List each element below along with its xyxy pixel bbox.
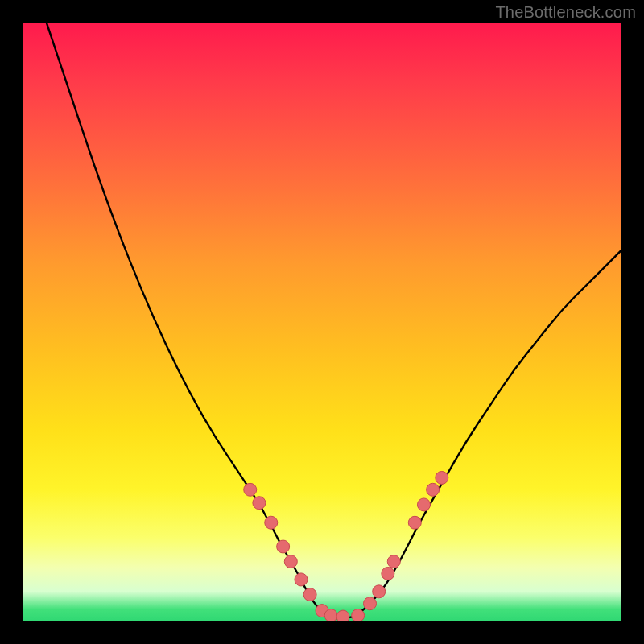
bead-marker <box>408 516 421 529</box>
bead-group <box>244 471 448 621</box>
plot-svg <box>23 23 621 621</box>
bead-marker <box>387 555 400 568</box>
bead-marker <box>265 516 278 529</box>
bead-marker <box>244 483 257 496</box>
bottleneck-curve <box>47 23 621 618</box>
chart-frame: TheBottleneck.com <box>0 0 644 644</box>
bead-marker <box>352 609 365 621</box>
bead-marker <box>303 588 316 601</box>
bead-marker <box>427 483 440 496</box>
bead-marker <box>277 540 290 553</box>
bead-marker <box>324 609 337 621</box>
bead-marker <box>382 567 394 580</box>
watermark-text: TheBottleneck.com <box>495 3 636 22</box>
bead-marker <box>253 497 266 510</box>
bead-marker <box>417 498 430 511</box>
bead-marker <box>295 573 308 586</box>
bead-marker <box>373 585 386 598</box>
bead-marker <box>364 597 377 610</box>
bead-marker <box>336 610 349 621</box>
bead-marker <box>284 555 297 568</box>
plot-area <box>23 23 621 621</box>
bead-marker <box>436 471 448 484</box>
